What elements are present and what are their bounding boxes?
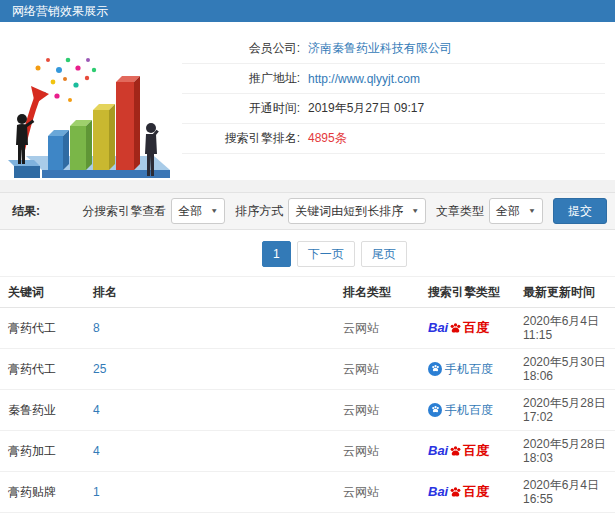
page-last-button[interactable]: 尾页 [361,241,407,267]
column-header-updated: 最新更新时间 [515,277,615,308]
title-bar: 网络营销效果展示 [0,0,615,22]
article-type-select[interactable]: 全部 ▼ [489,198,543,224]
mobile-baidu-icon [428,403,442,417]
member-company-label: 会员公司: [182,40,300,57]
results-table-body: 膏药代工 8 云网站 Bai 百度 2020年6月4日 11:15 膏药代工 2… [0,308,615,520]
bar-chart-image [4,30,180,180]
rank-link[interactable]: 4 [93,444,100,458]
baidu-paw-icon [449,322,462,335]
rank-link[interactable]: 25 [93,362,106,376]
chart-illustration [0,28,182,180]
open-time-label: 开通时间: [182,100,300,117]
open-time-value: 2019年5月27日 09:17 [308,100,424,117]
table-row: 膏药加工 4 云网站 Bai 百度 2020年5月28日 18:03 [0,431,615,472]
bar-green [70,120,92,170]
baidu-logo-prefix: Bai [428,444,448,458]
keyword-cell: 膏药代工 [0,349,85,390]
rank-cell: 4 [85,390,335,431]
chevron-down-icon: ▼ [411,207,419,214]
baidu-paw-icon [449,445,462,458]
rank-cell: 8 [85,308,335,349]
info-panel: 会员公司: 济南秦鲁药业科技有限公司 推广地址: http://www.qlyy… [0,22,615,180]
table-row: 膏药代工 8 云网站 Bai 百度 2020年6月4日 11:15 [0,308,615,349]
baidu-mobile-label: 手机百度 [445,362,493,376]
engine-cell: 手机百度 [420,390,515,431]
rank-type-cell: 云网站 [335,349,420,390]
sort-value: 关键词由短到长排序 [295,203,403,220]
baidu-pc-logo: Bai 百度 [428,444,489,458]
rank-type-cell: 云网站 [335,308,420,349]
rank-cell: 29 [85,513,335,520]
baidu-mobile-badge: 手机百度 [428,403,493,417]
page: 网络营销效果展示 [0,0,615,520]
engine-filter-value: 全部 [178,203,202,220]
time-cell: 2020年6月4日 11:15 [515,308,615,349]
table-row: 口罩贴牌 29 云网站 手机百度 2020年5月28日 16:55 [0,513,615,520]
engine-cell: Bai 百度 [420,472,515,513]
baidu-logo-suffix: 百度 [463,444,489,458]
time-cell: 2020年5月28日 16:55 [515,513,615,520]
engine-filter-label: 分搜索引擎查看 [82,203,166,220]
sort-label: 排序方式 [235,203,283,220]
column-header-keyword: 关键词 [0,277,85,308]
results-table: 关键词 排名 排名类型 搜索引擎类型 最新更新时间 膏药代工 8 云网站 Bai… [0,276,615,520]
info-row-url: 推广地址: http://www.qlyyjt.com [182,64,605,94]
baidu-mobile-badge: 手机百度 [428,362,493,376]
page-current[interactable]: 1 [262,241,291,267]
results-section-label: 结果: [12,203,40,220]
chevron-down-icon: ▼ [210,207,218,214]
column-header-rank-type: 排名类型 [335,277,420,308]
rank-link[interactable]: 4 [93,403,100,417]
baidu-logo-prefix: Bai [428,321,448,335]
pagination: 1 下一页 尾页 [0,230,615,276]
time-cell: 2020年5月30日 18:06 [515,349,615,390]
rank-type-cell: 云网站 [335,472,420,513]
info-row-open-time: 开通时间: 2019年5月27日 09:17 [182,94,605,124]
table-row: 膏药贴牌 1 云网站 Bai 百度 2020年6月4日 16:55 [0,472,615,513]
rank-type-cell: 云网站 [335,390,420,431]
rank-count-value: 4895条 [308,130,347,147]
keyword-cell: 膏药加工 [0,431,85,472]
engine-cell: Bai 百度 [420,431,515,472]
bar-blue [48,130,69,170]
chevron-down-icon: ▼ [528,207,536,214]
keyword-cell: 膏药贴牌 [0,472,85,513]
page-next-button[interactable]: 下一页 [297,241,355,267]
submit-button[interactable]: 提交 [553,198,607,224]
baidu-paw-icon [449,486,462,499]
sort-select[interactable]: 关键词由短到长排序 ▼ [288,198,426,224]
keyword-cell: 秦鲁药业 [0,390,85,431]
baidu-pc-logo: Bai 百度 [428,321,489,335]
mobile-baidu-icon [428,362,442,376]
baidu-logo-suffix: 百度 [463,321,489,335]
table-row: 秦鲁药业 4 云网站 手机百度 2020年5月28日 17:02 [0,390,615,431]
baidu-logo-prefix: Bai [428,485,448,499]
rank-cell: 25 [85,349,335,390]
engine-cell: Bai 百度 [420,308,515,349]
table-header-row: 关键词 排名 排名类型 搜索引擎类型 最新更新时间 [0,277,615,308]
keyword-cell: 膏药代工 [0,308,85,349]
engine-cell: 手机百度 [420,513,515,520]
info-fields: 会员公司: 济南秦鲁药业科技有限公司 推广地址: http://www.qlyy… [182,28,615,180]
rank-cell: 1 [85,472,335,513]
paw-icon [431,405,440,414]
promo-url-label: 推广地址: [182,70,300,87]
column-header-rank: 排名 [85,277,335,308]
promo-url-link[interactable]: http://www.qlyyjt.com [308,72,420,86]
time-cell: 2020年5月28日 17:02 [515,390,615,431]
article-type-label: 文章类型 [436,203,484,220]
time-cell: 2020年6月4日 16:55 [515,472,615,513]
column-header-engine-type: 搜索引擎类型 [420,277,515,308]
baidu-mobile-label: 手机百度 [445,403,493,417]
baidu-logo-suffix: 百度 [463,485,489,499]
info-row-rank-count: 搜索引擎排名: 4895条 [182,124,605,154]
time-cell: 2020年5月28日 18:03 [515,431,615,472]
rank-type-cell: 云网站 [335,431,420,472]
member-company-link[interactable]: 济南秦鲁药业科技有限公司 [308,40,452,57]
rank-link[interactable]: 1 [93,485,100,499]
results-filter-bar: 结果: 分搜索引擎查看 全部 ▼ 排序方式 关键词由短到长排序 ▼ 文章类型 全… [0,192,615,230]
rank-link[interactable]: 8 [93,321,100,335]
engine-filter-select[interactable]: 全部 ▼ [171,198,225,224]
rank-count-label: 搜索引擎排名: [182,130,300,147]
engine-cell: 手机百度 [420,349,515,390]
